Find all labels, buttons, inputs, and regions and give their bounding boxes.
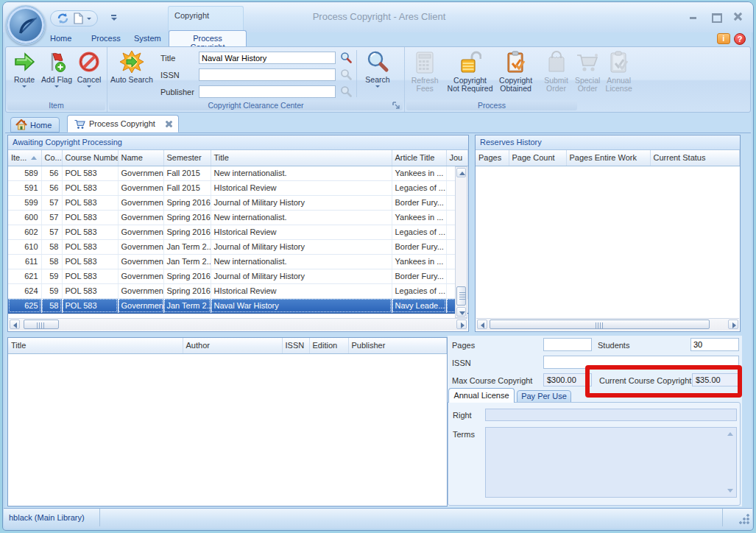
scroll-left-icon[interactable] xyxy=(481,322,484,328)
license-clipboard-icon xyxy=(608,51,630,74)
horizontal-scrollbar[interactable] xyxy=(476,318,739,331)
add-flag-button[interactable]: Add Flag xyxy=(40,47,73,88)
column-header[interactable]: Name xyxy=(118,150,163,166)
column-header[interactable]: Ite... xyxy=(8,150,41,166)
ccc-fields: Title ISSN Publisher xyxy=(160,47,336,100)
terms-label: Terms xyxy=(453,430,475,439)
dropdown-arrow-icon[interactable] xyxy=(375,85,380,88)
title-search-input[interactable] xyxy=(199,52,336,64)
ribbon-tab-process[interactable]: Process xyxy=(82,32,130,46)
pages-input[interactable] xyxy=(543,338,592,351)
new-document-icon[interactable] xyxy=(73,13,83,24)
reserves-panel-title: Reserves History xyxy=(476,135,740,150)
column-header[interactable]: Pages Entire Work xyxy=(566,150,650,166)
scroll-down-icon[interactable] xyxy=(459,311,465,315)
scroll-up-icon xyxy=(727,432,733,436)
scroll-right-icon[interactable] xyxy=(461,322,464,328)
copyright-not-required-button[interactable]: Copyright Not Required xyxy=(445,47,495,93)
table-row[interactable]: 62159POL 583Governmen...Spring 2016Journ… xyxy=(8,269,468,283)
table-row[interactable]: 58956POL 583Governmen...Fall 2015New int… xyxy=(8,166,468,180)
column-header[interactable]: Title xyxy=(8,338,183,353)
annual-license-button: Annual License xyxy=(603,47,635,93)
column-header[interactable]: Publisher xyxy=(348,338,447,353)
column-header[interactable]: Current Status xyxy=(650,150,740,166)
refresh-icon[interactable] xyxy=(57,13,69,24)
dropdown-arrow-icon[interactable] xyxy=(54,85,59,88)
shopping-bag-icon xyxy=(545,51,568,74)
auto-search-icon xyxy=(119,50,144,74)
home-icon xyxy=(15,119,27,130)
route-button[interactable]: Route xyxy=(8,47,40,88)
table-row[interactable]: 62459POL 583Governmen...Spring 2016HIsto… xyxy=(8,283,468,298)
table-row[interactable]: 59156POL 583Governmen...Fall 2015HIstori… xyxy=(8,180,468,195)
column-header[interactable]: Page Count xyxy=(509,150,566,166)
column-header[interactable]: Semester xyxy=(163,150,211,166)
cancel-button[interactable]: Cancel xyxy=(73,47,105,88)
info-icon[interactable]: i xyxy=(717,33,730,44)
tab-annual-license[interactable]: Annual License xyxy=(448,388,515,403)
scroll-right-icon[interactable] xyxy=(732,322,736,328)
annual-license-tab-body: Right Terms xyxy=(448,402,741,506)
horizontal-scrollbar[interactable] xyxy=(9,318,467,331)
students-input[interactable] xyxy=(690,338,739,351)
column-header[interactable]: Course Number xyxy=(62,150,118,166)
column-header[interactable]: Co... xyxy=(41,150,62,166)
scroll-left-icon[interactable] xyxy=(13,322,17,328)
scroll-up-icon[interactable] xyxy=(459,172,465,175)
vertical-scrollbar[interactable] xyxy=(455,166,467,318)
column-header[interactable]: Pages xyxy=(476,150,509,166)
auto-search-button[interactable]: Auto Search xyxy=(107,47,156,100)
doc-tab-process-copyright[interactable]: Process Copyright xyxy=(67,115,179,133)
close-icon[interactable] xyxy=(732,12,743,21)
pages-label: Pages xyxy=(452,341,475,350)
tab-close-icon[interactable] xyxy=(164,120,172,128)
table-row[interactable]: 60057POL 583Governmen...Spring 2016New i… xyxy=(8,210,468,225)
search-title-icon[interactable] xyxy=(340,52,352,63)
column-header[interactable]: Author xyxy=(183,338,282,353)
refresh-fees-button: Refresh Fees xyxy=(408,47,442,93)
help-icon[interactable]: ? xyxy=(734,33,746,45)
table-row[interactable]: 62558POL 583Governmen...Jan Term 2...Nav… xyxy=(8,298,468,313)
minimize-icon[interactable] xyxy=(688,12,699,21)
tab-pay-per-use[interactable]: Pay Per Use xyxy=(517,390,571,403)
publisher-search-input[interactable] xyxy=(199,85,336,98)
table-row[interactable]: 61058POL 583Governmen...Jan Term 2...Jou… xyxy=(8,239,468,254)
right-label: Right xyxy=(453,411,472,420)
column-header[interactable]: ISSN xyxy=(282,338,309,353)
scrollbar-thumb[interactable] xyxy=(456,286,466,306)
issn-input[interactable] xyxy=(543,356,739,369)
current-course-copyright-label: Current Course Copyright xyxy=(599,376,691,385)
table-row[interactable]: 60257POL 583Governmen...Spring 2016HIsto… xyxy=(8,225,468,239)
right-input xyxy=(485,409,737,421)
ribbon: Route Add Flag xyxy=(5,46,751,113)
customize-quick-access-icon[interactable] xyxy=(109,13,119,24)
ribbon-tab-process-copyright[interactable]: Process Copyright xyxy=(169,30,247,46)
new-document-dropdown-icon[interactable] xyxy=(87,18,91,20)
issn-search-input[interactable] xyxy=(199,68,336,81)
ares-client-window: Copyright Process Copyright - Ares Clien… xyxy=(0,0,756,533)
ribbon-tab-system[interactable]: System xyxy=(125,32,170,46)
column-header[interactable]: Title xyxy=(211,150,392,166)
route-arrow-icon xyxy=(13,50,36,74)
scrollbar-thumb[interactable] xyxy=(24,320,59,329)
terms-textarea xyxy=(485,427,737,498)
dropdown-arrow-icon[interactable] xyxy=(22,85,27,88)
ribbon-tab-home[interactable]: Home xyxy=(41,32,80,46)
max-course-copyright-value: $300.00 xyxy=(543,373,592,386)
table-row[interactable]: 59957POL 583Governmen...Spring 2016Journ… xyxy=(8,195,468,210)
group-label-item: Item xyxy=(7,100,105,110)
column-header[interactable]: Article Title xyxy=(392,150,446,166)
maximize-icon[interactable] xyxy=(710,12,721,21)
table-row[interactable]: 61158POL 583Governmen...Jan Term 2...New… xyxy=(8,254,468,269)
search-button[interactable]: Search xyxy=(358,47,397,100)
resize-grip[interactable] xyxy=(739,514,749,524)
dropdown-arrow-icon[interactable] xyxy=(87,85,91,88)
logged-in-user: hblack (Main Library) xyxy=(9,513,85,522)
scrollbar-thumb[interactable] xyxy=(490,320,710,329)
doc-tab-home[interactable]: Home xyxy=(10,117,60,133)
column-header[interactable]: Jou xyxy=(446,150,468,166)
column-header[interactable]: Edition xyxy=(309,338,348,353)
dialog-launcher-icon[interactable] xyxy=(392,102,400,110)
copyright-obtained-button[interactable]: Copyright Obtained xyxy=(495,47,537,93)
search-issn-icon-disabled xyxy=(340,68,352,80)
